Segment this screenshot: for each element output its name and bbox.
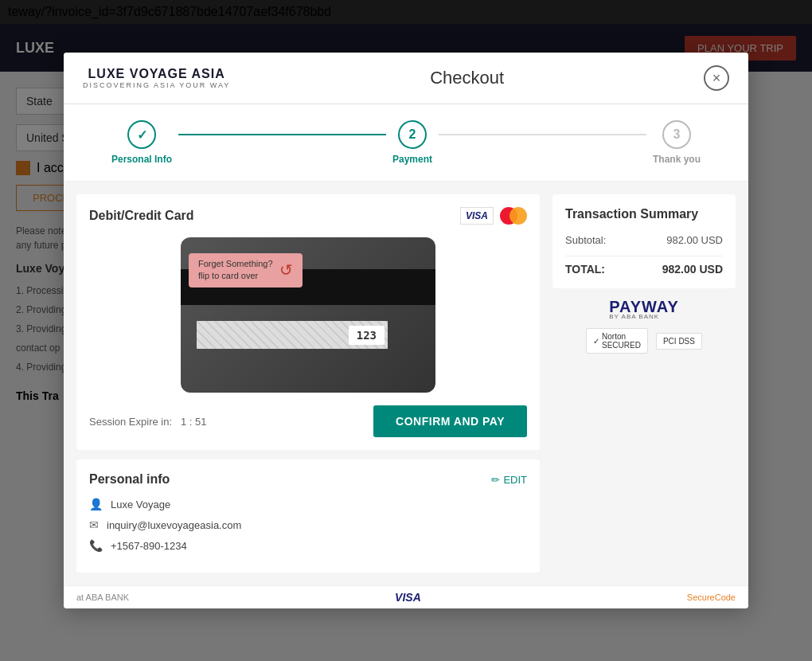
step1-label: Personal Info <box>111 154 172 165</box>
confirm-pay-button[interactable]: CONFIRM AND PAY <box>373 405 527 437</box>
logo-name: LUXE VOYAGE ASIA <box>88 67 225 81</box>
step2-circle: 2 <box>398 120 427 149</box>
modal-body: Debit/Credit Card VISA <box>64 182 748 585</box>
flip-line2: flip to card over <box>198 270 273 282</box>
total-row: TOTAL: 982.00 USD <box>565 263 723 276</box>
bottom-logos-bar: at ABA BANK VISA SecureCode <box>64 585 748 608</box>
phone-icon: 📞 <box>89 539 103 552</box>
visa-icon: VISA <box>460 207 494 225</box>
summary-title: Transaction Summary <box>565 207 723 221</box>
connector-1 <box>178 134 386 135</box>
pci-badge: PCI DSS <box>656 333 702 350</box>
payment-section: Debit/Credit Card VISA <box>76 194 540 450</box>
connector-2 <box>439 134 646 135</box>
checkout-modal: LUXE VOYAGE ASIA DISCOVERING ASIA YOUR W… <box>64 53 748 608</box>
close-button[interactable]: × <box>704 65 729 91</box>
signature-strip: 123 <box>197 321 388 349</box>
step-thankyou: 3 Thank you <box>653 120 701 165</box>
payment-title: Debit/Credit Card <box>89 209 194 223</box>
personal-info-section: Personal info ✏ EDIT 👤 Luxe Voyage ✉ inq… <box>76 460 540 573</box>
checkout-stepper: ✓ Personal Info 2 Payment 3 Thank you <box>64 104 748 182</box>
checkmark-icon: ✓ <box>593 337 599 346</box>
payment-logos: PAYWAY BY ABA BANK ✓ NortonSECURED PCI D… <box>552 288 736 363</box>
personal-phone-row: 📞 +1567-890-1234 <box>89 539 527 552</box>
total-label: TOTAL: <box>565 263 605 276</box>
modal-left-column: Debit/Credit Card VISA <box>76 194 540 573</box>
edit-button[interactable]: ✏ EDIT <box>491 474 527 486</box>
close-icon: × <box>712 70 721 87</box>
cvv-value: 123 <box>357 329 377 342</box>
mc-right-circle <box>509 207 527 225</box>
transaction-summary-section: Transaction Summary Subtotal: 982.00 USD… <box>552 194 736 288</box>
modal-right-column: Transaction Summary Subtotal: 982.00 USD… <box>552 194 736 573</box>
step-personal-info: ✓ Personal Info <box>111 120 172 165</box>
flip-tooltip-text-container: Forget Something? flip to card over <box>198 258 273 283</box>
flip-icon: ↺ <box>279 260 293 280</box>
session-text: Session Expire in: 1 : 51 <box>89 416 206 428</box>
modal-overlay: LUXE VOYAGE ASIA DISCOVERING ASIA YOUR W… <box>0 0 812 661</box>
confirm-pay-label: CONFIRM AND PAY <box>396 415 505 428</box>
security-logos: ✓ NortonSECURED PCI DSS <box>586 328 702 354</box>
card-back: 123 Forget Something? flip to card over … <box>181 237 435 393</box>
payment-header: Debit/Credit Card VISA <box>89 207 527 225</box>
personal-name-row: 👤 Luxe Voyage <box>89 498 527 510</box>
summary-divider <box>565 256 723 256</box>
personal-phone: +1567-890-1234 <box>111 540 187 552</box>
aba-bank-text: at ABA BANK <box>76 593 129 602</box>
pci-label: PCI DSS <box>663 337 695 346</box>
step3-circle: 3 <box>662 120 691 149</box>
subtotal-row: Subtotal: 982.00 USD <box>565 234 723 246</box>
edit-label: EDIT <box>503 474 527 486</box>
step1-circle: ✓ <box>127 120 156 149</box>
session-row: Session Expire in: 1 : 51 CONFIRM AND PA… <box>89 405 527 437</box>
norton-badge: ✓ NortonSECURED <box>586 328 648 354</box>
personal-info-header: Personal info ✏ EDIT <box>89 472 527 487</box>
step2-label: Payment <box>392 154 432 165</box>
logo-subtitle: DISCOVERING ASIA YOUR WAY <box>83 81 230 89</box>
subtotal-value: 982.00 USD <box>666 234 723 246</box>
personal-email-row: ✉ inquiry@luxevoyageasia.com <box>89 518 527 531</box>
bottom-visa-logo: VISA <box>395 591 421 604</box>
personal-info-title: Personal info <box>89 472 170 487</box>
modal-title: Checkout <box>430 68 504 88</box>
pencil-icon: ✏ <box>491 474 500 486</box>
step-payment: 2 Payment <box>392 120 432 165</box>
subtotal-label: Subtotal: <box>565 234 606 246</box>
card-container: 123 Forget Something? flip to card over … <box>181 237 435 393</box>
total-value: 982.00 USD <box>662 263 723 276</box>
session-time: 1 : 51 <box>181 416 207 428</box>
cvv-box: 123 <box>349 326 385 345</box>
card-icons: VISA <box>460 207 527 225</box>
norton-label: NortonSECURED <box>602 332 641 350</box>
email-icon: ✉ <box>89 518 99 531</box>
flip-tooltip: Forget Something? flip to card over ↺ <box>189 253 303 287</box>
mastercard-icon <box>500 207 527 225</box>
personal-email: inquiry@luxevoyageasia.com <box>107 519 241 531</box>
flip-line1: Forget Something? <box>198 258 273 270</box>
person-icon: 👤 <box>89 498 103 510</box>
payway-logo-container: PAYWAY BY ABA BANK <box>609 298 679 320</box>
session-label: Session Expire in: <box>89 416 172 428</box>
step3-label: Thank you <box>653 154 701 165</box>
personal-name: Luxe Voyage <box>111 499 170 510</box>
modal-logo: LUXE VOYAGE ASIA DISCOVERING ASIA YOUR W… <box>83 67 230 89</box>
modal-header: LUXE VOYAGE ASIA DISCOVERING ASIA YOUR W… <box>64 53 748 104</box>
securecode-text: SecureCode <box>687 593 736 602</box>
